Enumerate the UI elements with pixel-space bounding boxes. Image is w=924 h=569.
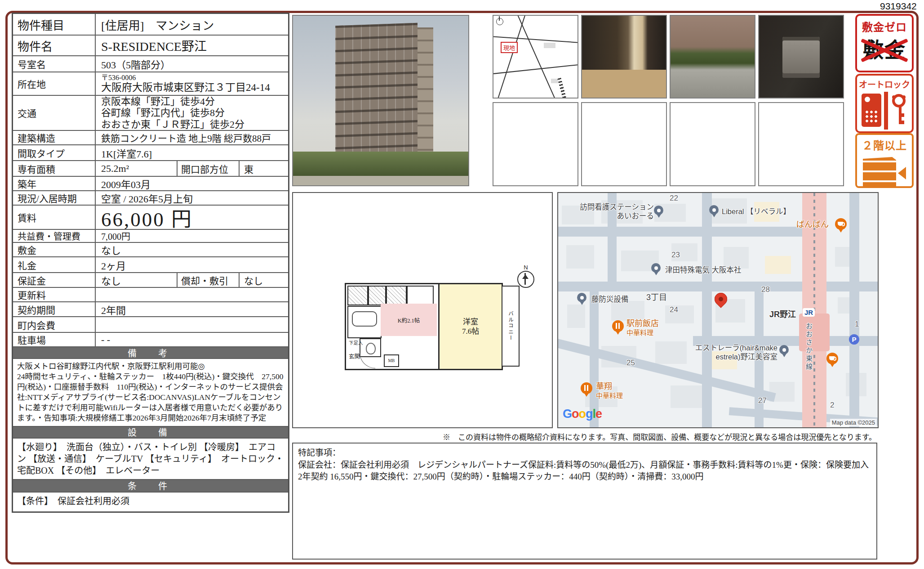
block-number: 27 [758,396,767,405]
empty-thumbnail [758,102,844,186]
cafe-pin-icon [835,218,847,230]
poi-label: 華翔中華料理 [596,382,623,400]
bathtub-icon [352,311,377,327]
photo-road [293,176,468,185]
poi-label: 訪問看護ステーションあいおーる [562,203,654,221]
cross-icon: 敷金 [862,36,907,64]
poi-pin-icon [709,205,719,215]
road [702,193,712,427]
table-row: 物件名 S-RESIDENCE野江 [13,35,288,55]
table-row-area: 専有面積 25.2m² 開口部方位 東 [13,160,288,176]
room-area: 洋室7.6帖 [438,283,503,370]
intercom-icon [862,94,881,127]
district-label: 3丁目 [646,293,667,303]
property-table: 物件種目 [住居用] マンション 物件名 S-RESIDENCE野江 号室名 5… [12,13,289,513]
table-row: 築年 2009年03月 [13,176,288,190]
thumbnail-entrance [581,15,667,99]
poi-label: 藤防災設備 [591,295,629,304]
shoe-storage-label: 下足入 [349,339,363,346]
block-number: 1 [855,320,859,329]
address: 大阪府大阪市城東区野江３丁目24-14 [101,82,288,93]
table-row: 号室名 503（5階部分） [13,55,288,72]
block-number: 22 [670,194,678,203]
table-row-rent: 賃料 66,000 円 [13,205,288,229]
entrance-label: 玄関 [349,352,360,360]
table-row: 更新料 [13,287,288,301]
access-line: 京阪本線「野江」徒歩4分 [101,96,288,108]
table-row-address: 所在地 〒536-0006 大阪府大阪市城東区野江３丁目24-14 [13,72,288,95]
badge-autolock: オートロック [855,74,914,133]
poi-label: ばんばん [796,220,829,230]
section-header-equipment: 設 備 [13,426,288,438]
section-header-remarks: 備 考 [13,346,288,358]
storage-box [386,286,407,305]
north-arrow-icon [496,18,503,25]
google-logo: Google [563,407,602,421]
table-row: 間取タイプ 1K[洋室7.6] [13,144,288,160]
postal-code: 〒536-0006 [101,74,288,82]
conditions-text: 【条件】 保証会社利用必須 [13,492,288,511]
table-row: 敷金 なし [13,242,288,256]
map-panel: 22 訪問看護ステーションあいおーる Liberal 【リベラル】 ばんばん 2… [557,192,879,428]
empty-thumbnail [493,102,578,186]
meter-box-label: MB [384,354,399,367]
poi-label: 津田特殊電気 大阪本社 [665,266,742,275]
photo-building-side [418,27,433,157]
main-photo [292,15,469,186]
sink-box [368,286,386,305]
table-row: 建築構造 鉄筋コンクリート造 地上9階 総戸数88戸 [13,130,288,144]
badge-no-deposit: 敷金ゼロ 敷金 [855,14,914,72]
poi-pin-icon [779,345,789,354]
block-number: 23 [671,251,680,260]
equipment-text: 【水廻り】 洗面台（独立）・バス・トイレ別 【冷暖房】 エアコン 【放送・通信】… [13,438,288,479]
key-icon [889,93,908,130]
thumbnail-map-sketch: 現地 [493,15,578,99]
thumbnail-walkway [670,15,755,99]
road [558,282,878,291]
photo-hedge [293,152,468,177]
restaurant-pin-icon [581,382,592,394]
door-arc [360,353,375,368]
block-number: 28 [761,285,770,294]
poi-pin-icon [651,263,661,273]
station-label: JR野江 [769,310,796,320]
restaurant-pin-icon [612,320,624,332]
badge-second-floor: ２階以上 [855,133,914,188]
table-row: 契約期間 2年間 [13,301,288,316]
rent-amount: 66,000 円 [96,206,288,229]
sketch-railway [557,78,567,99]
photo-building [335,23,418,161]
block-number: 2 [830,401,834,410]
bathroom-box [347,306,382,338]
floorplan-panel: N 下足入 玄関 MB K約2.1帖 洋室7.6帖 バルコニー [292,192,553,428]
table-row-deposit: 保証金 なし 償却・敷引 なし [13,272,288,287]
jr-logo: JR [803,308,815,317]
balcony-area: バルコニー [502,286,520,367]
block-number: 24 [670,305,678,314]
rail-line-label: おおさか東線 [804,323,813,371]
table-row: 礼金 2ヶ月 [13,256,288,272]
poi-pin-icon [577,293,586,302]
table-row: 共益費・管理費 7,000円 [13,229,288,242]
special-notes-text: 保証会社：保証会社利用必須 レジデンシャルパートナーズ保証料:賃料等の50%(最… [298,459,871,483]
special-notes-title: 特記事項： [298,447,871,459]
arrow-left-icon [898,167,906,179]
property-flyer: 9319342 物件種目 [住居用] マンション 物件名 S-RESIDENCE… [0,0,924,569]
closet-box [407,286,434,305]
table-row: 駐車場 - - [13,332,288,346]
document-id: 9319342 [880,1,917,12]
table-row: 町内会費 [13,316,288,332]
table-row: 物件種目 [住居用] マンション [13,14,288,35]
access-line: おおさか東「ＪＲ野江」徒歩2分 [101,119,288,130]
poi-label: 駅前飯店中華料理 [626,319,659,337]
poi-pin-icon [654,206,663,215]
washer-box [347,286,368,305]
map-attribution: Map data ©2025 [830,419,877,426]
cafe-pin-icon [826,353,838,364]
empty-thumbnail [670,102,755,186]
poi-label: Liberal 【リベラル】 [722,207,791,216]
thumbnail-mailbox [758,15,844,99]
empty-thumbnail [581,102,667,186]
access-line: 谷町線「野江内代」徒歩8分 [101,107,288,119]
table-row-access: 交通 京阪本線「野江」徒歩4分 谷町線「野江内代」徒歩8分 おおさか東「ＪＲ野江… [13,95,288,130]
